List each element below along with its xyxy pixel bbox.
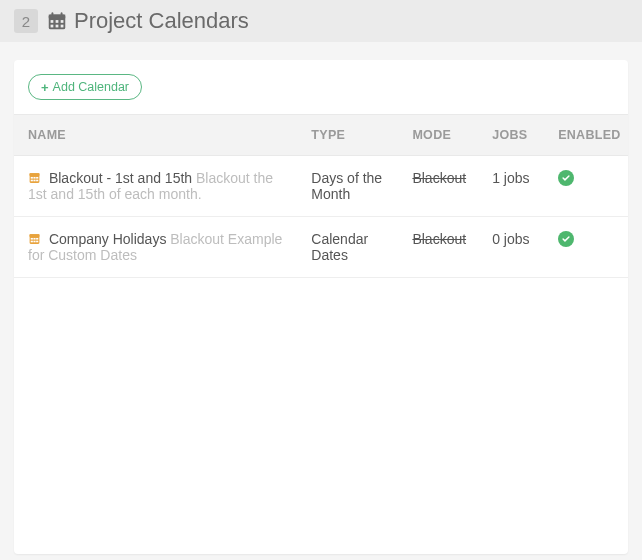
- svg-rect-22: [36, 238, 38, 240]
- calendars-table: NAME TYPE MODE JOBS ENABLED: [14, 114, 628, 278]
- table-row: Company Holidays Blackout Example for Cu…: [14, 217, 628, 278]
- calendar-item-icon: [28, 232, 41, 245]
- panel-actions: + Add Calendar: [14, 60, 628, 114]
- col-header-enabled[interactable]: ENABLED: [548, 115, 628, 156]
- svg-rect-20: [31, 238, 33, 240]
- col-header-type[interactable]: TYPE: [301, 115, 402, 156]
- svg-rect-8: [56, 25, 59, 28]
- svg-rect-19: [30, 234, 40, 237]
- svg-rect-6: [61, 20, 64, 23]
- svg-rect-16: [33, 180, 35, 182]
- table-row: Blackout - 1st and 15th Blackout the 1st…: [14, 156, 628, 217]
- svg-rect-3: [61, 12, 63, 16]
- svg-rect-21: [33, 238, 35, 240]
- svg-rect-17: [36, 180, 38, 182]
- svg-rect-1: [49, 15, 66, 19]
- col-header-name[interactable]: NAME: [14, 115, 301, 156]
- calendar-link[interactable]: Blackout - 1st and 15th Blackout the 1st…: [28, 170, 273, 202]
- svg-rect-9: [61, 25, 64, 28]
- calendar-item-icon: [28, 171, 41, 184]
- add-calendar-button[interactable]: + Add Calendar: [28, 74, 142, 100]
- section-header: 2 Project Calendars: [0, 0, 642, 42]
- mode-value: Blackout: [412, 170, 466, 186]
- col-header-jobs[interactable]: JOBS: [482, 115, 548, 156]
- cell-name: Blackout - 1st and 15th Blackout the 1st…: [14, 156, 301, 217]
- svg-rect-2: [52, 12, 54, 16]
- calendar-icon: [46, 10, 68, 32]
- svg-rect-24: [33, 241, 35, 243]
- add-calendar-label: Add Calendar: [53, 80, 129, 94]
- svg-rect-7: [51, 25, 54, 28]
- enabled-check-icon: [558, 231, 574, 247]
- svg-rect-14: [36, 177, 38, 179]
- svg-rect-4: [51, 20, 54, 23]
- mode-value: Blackout: [412, 231, 466, 247]
- calendars-panel: + Add Calendar NAME TYPE MODE JOBS ENABL…: [14, 60, 628, 554]
- cell-mode: Blackout: [402, 156, 482, 217]
- svg-rect-5: [56, 20, 59, 23]
- col-header-mode[interactable]: MODE: [402, 115, 482, 156]
- svg-rect-13: [33, 177, 35, 179]
- cell-name: Company Holidays Blackout Example for Cu…: [14, 217, 301, 278]
- cell-jobs: 0 jobs: [482, 217, 548, 278]
- page-title: Project Calendars: [46, 8, 249, 34]
- table-header-row: NAME TYPE MODE JOBS ENABLED: [14, 115, 628, 156]
- svg-rect-12: [31, 177, 33, 179]
- enabled-check-icon: [558, 170, 574, 186]
- calendar-link[interactable]: Company Holidays Blackout Example for Cu…: [28, 231, 282, 263]
- cell-type: Days of the Month: [301, 156, 402, 217]
- plus-icon: +: [41, 81, 49, 94]
- svg-rect-25: [36, 241, 38, 243]
- step-badge: 2: [14, 9, 38, 33]
- cell-jobs: 1 jobs: [482, 156, 548, 217]
- cell-type: Calendar Dates: [301, 217, 402, 278]
- calendar-name: Blackout - 1st and 15th: [49, 170, 192, 186]
- calendar-name: Company Holidays: [49, 231, 167, 247]
- svg-rect-11: [30, 173, 40, 176]
- svg-rect-23: [31, 241, 33, 243]
- cell-enabled: [548, 217, 628, 278]
- svg-rect-15: [31, 180, 33, 182]
- cell-mode: Blackout: [402, 217, 482, 278]
- cell-enabled: [548, 156, 628, 217]
- page-title-text: Project Calendars: [74, 8, 249, 34]
